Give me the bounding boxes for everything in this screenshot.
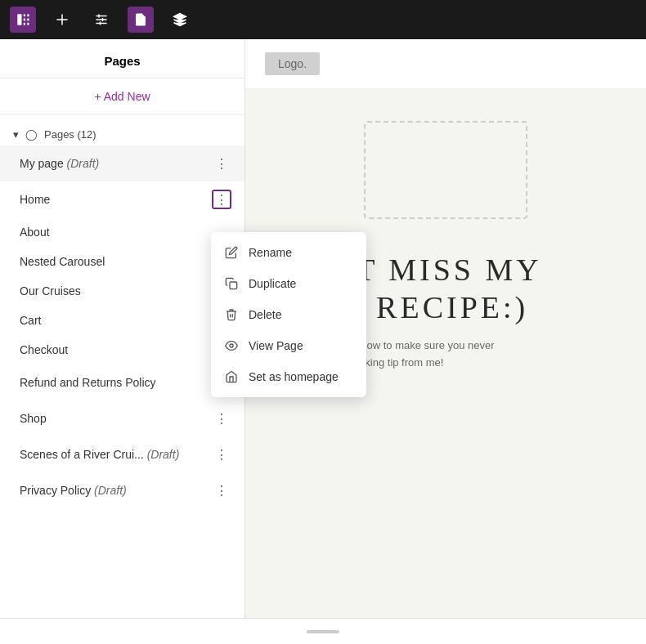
pages-group: ▾ ◯ Pages (12) My page (Draft) ⋮ Home ⋮ … (0, 115, 244, 517)
draft-badge: (Draft) (94, 484, 127, 497)
sidebar-item-our-cruises[interactable]: Our Cruises (0, 276, 244, 306)
sidebar-item-checkout[interactable]: Checkout (0, 335, 244, 364)
page-item-menu-button[interactable]: ⋮ (212, 481, 231, 500)
context-menu-delete[interactable]: Delete (211, 299, 366, 330)
page-item-label: Home (20, 193, 212, 206)
toolbar (0, 0, 646, 39)
page-icon: ◯ (25, 128, 38, 141)
sidebar-item-refund[interactable]: Refund and Returns Policy ⋮ (0, 364, 244, 400)
sidebar-item-shop[interactable]: Shop ⋮ (0, 400, 244, 436)
rename-label: Rename (249, 246, 292, 259)
chevron-down-icon: ▾ (13, 128, 19, 141)
layers-icon[interactable] (167, 7, 193, 33)
sidebar: Pages + Add New ▾ ◯ Pages (12) My page (… (0, 39, 245, 618)
svg-rect-0 (17, 14, 21, 25)
sidebar-title: Pages (0, 39, 244, 78)
svg-rect-7 (230, 282, 237, 289)
sidebar-item-scenes[interactable]: Scenes of a River Crui... (Draft) ⋮ (0, 436, 244, 472)
bottom-handle (307, 630, 339, 633)
page-item-menu-button-home[interactable]: ⋮ (212, 190, 231, 209)
set-homepage-label: Set as homepage (249, 370, 339, 383)
page-item-label: Cart (20, 314, 231, 327)
bottom-bar (0, 618, 646, 644)
pages-group-header[interactable]: ▾ ◯ Pages (12) (0, 123, 244, 145)
page-item-menu-button[interactable]: ⋮ (212, 445, 231, 464)
rename-icon (224, 245, 239, 260)
svg-rect-1 (24, 14, 25, 16)
logo-placeholder: Logo. (265, 52, 320, 75)
context-menu-view-page[interactable]: View Page (211, 330, 366, 361)
view-page-label: View Page (249, 339, 303, 352)
page-item-label: Privacy Policy (Draft) (20, 484, 212, 497)
page-item-label: Refund and Returns Policy (20, 376, 212, 389)
svg-rect-5 (27, 19, 29, 21)
page-item-label: Checkout (20, 343, 231, 356)
sidebar-item-home[interactable]: Home ⋮ (0, 181, 244, 217)
dashed-placeholder-box (364, 121, 527, 219)
sidebar-item-cart[interactable]: Cart (0, 306, 244, 335)
context-menu: Rename Duplicate Delete View Page (211, 232, 366, 397)
svg-rect-3 (24, 23, 25, 25)
logo-bar: Logo. (245, 39, 646, 88)
sidebar-item-nested-carousel[interactable]: Nested Carousel (0, 247, 244, 276)
page-item-label: Shop (20, 412, 212, 425)
elementor-icon[interactable] (10, 7, 36, 33)
context-menu-set-homepage[interactable]: Set as homepage (211, 361, 366, 392)
add-new-button[interactable]: + Add New (0, 78, 244, 115)
view-icon (224, 338, 239, 353)
sidebar-item-about[interactable]: About (0, 217, 244, 247)
page-item-label: About (20, 226, 231, 239)
context-menu-rename[interactable]: Rename (211, 237, 366, 268)
document-icon[interactable] (128, 7, 154, 33)
sidebar-item-privacy[interactable]: Privacy Policy (Draft) ⋮ (0, 472, 244, 508)
add-icon[interactable] (49, 7, 75, 33)
page-item-label: Nested Carousel (20, 255, 231, 268)
page-item-label: Our Cruises (20, 284, 231, 297)
delete-label: Delete (249, 308, 281, 321)
duplicate-icon (224, 276, 239, 291)
home-icon (224, 369, 239, 384)
pages-group-label: Pages (12) (44, 128, 96, 141)
page-item-label: My page (Draft) (20, 157, 212, 170)
svg-rect-6 (27, 23, 29, 25)
draft-badge: (Draft) (147, 448, 180, 461)
duplicate-label: Duplicate (249, 277, 296, 290)
sidebar-item-my-page[interactable]: My page (Draft) ⋮ (0, 145, 244, 181)
draft-badge: (Draft) (67, 157, 100, 170)
page-item-label: Scenes of a River Crui... (Draft) (20, 448, 212, 461)
page-item-menu-button[interactable]: ⋮ (212, 154, 231, 173)
page-item-menu-button[interactable]: ⋮ (212, 409, 231, 428)
main-layout: Pages + Add New ▾ ◯ Pages (12) My page (… (0, 39, 646, 618)
svg-point-8 (230, 344, 233, 347)
delete-icon (224, 307, 239, 322)
svg-rect-4 (27, 14, 29, 16)
svg-rect-2 (24, 19, 25, 21)
context-menu-duplicate[interactable]: Duplicate (211, 268, 366, 299)
sliders-icon[interactable] (88, 7, 114, 33)
